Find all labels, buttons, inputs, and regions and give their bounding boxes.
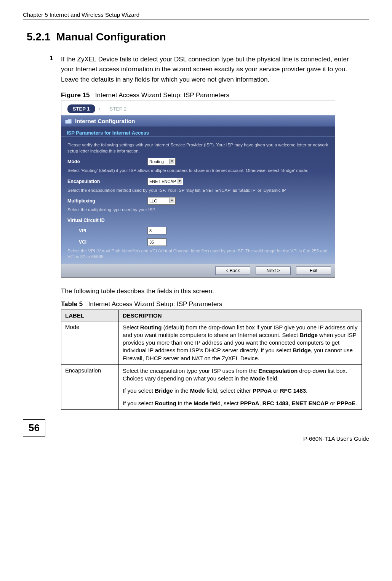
- table-header-description: DESCRIPTION: [119, 310, 362, 321]
- encapsulation-select[interactable]: ENET ENCAP: [147, 178, 183, 185]
- guide-title: P-660N-T1A User's Guide: [303, 435, 369, 442]
- encapsulation-row: Encapsulation ENET ENCAP: [67, 178, 329, 185]
- vci-label: VCI: [67, 239, 147, 245]
- text-span: field, select either: [205, 387, 253, 394]
- virtual-circuit-heading: Virtual Circuit ID: [67, 218, 329, 223]
- text-span: in the: [173, 387, 190, 394]
- step-text: If the ZyXEL Device fails to detect your…: [61, 55, 362, 85]
- bold-span: RFC 1483: [280, 387, 306, 394]
- figure-caption: Figure 15 Internet Access Wizard Setup: …: [61, 91, 362, 99]
- table-row-label: Mode: [61, 321, 119, 364]
- description-table: LABEL DESCRIPTION Mode Select Routing (d…: [61, 310, 362, 410]
- table-row-label: Encapsulation: [61, 364, 119, 409]
- table-header-label: LABEL: [61, 310, 119, 321]
- bold-span: Bridge: [155, 387, 173, 394]
- mode-row: Mode Routing: [67, 158, 329, 165]
- text-span: or: [272, 387, 280, 394]
- table-row: Mode Select Routing (default) from the d…: [61, 321, 362, 364]
- vci-row: VCI 35: [67, 238, 329, 246]
- bold-span: Mode: [250, 375, 265, 382]
- wizard-title: Internet Configuration: [75, 118, 135, 124]
- bold-span: PPPoE: [337, 400, 355, 406]
- bold-span: PPPoA: [253, 387, 272, 394]
- vpi-input[interactable]: 8: [147, 227, 166, 234]
- multiplexing-row: Multiplexing LLC: [67, 197, 329, 205]
- chapter-header: Chapter 5 Internet and Wireless Setup Wi…: [23, 11, 369, 19]
- bold-span: Bridge: [299, 332, 318, 338]
- exit-button[interactable]: Exit: [296, 266, 331, 275]
- section-title: 5.2.1 Manual Configuration: [27, 31, 369, 43]
- text-span: .: [306, 387, 307, 394]
- step-number: 1: [50, 55, 61, 85]
- bold-span: Bridge: [293, 347, 311, 353]
- section-name: Manual Configuration: [56, 31, 166, 43]
- bold-span: PPPoA: [240, 400, 259, 406]
- virtual-circuit-help-text: Select the VPI (Virtual Path Identifier)…: [67, 248, 329, 260]
- bold-span: ENET ENCAP: [292, 400, 329, 406]
- wizard-intro-text: Please verify the following settings wit…: [67, 142, 329, 154]
- table-header-row: LABEL DESCRIPTION: [61, 310, 362, 321]
- mode-label: Mode: [67, 159, 147, 164]
- encapsulation-help-text: Select the encapsulation method used by …: [67, 188, 329, 194]
- next-button[interactable]: Next >: [256, 266, 291, 275]
- page-footer: 56 P-660N-T1A User's Guide: [23, 429, 369, 447]
- wizard-section-heading: ISP Parameters for Internet Access: [61, 127, 335, 137]
- wizard-footer: < Back Next > Exit: [61, 264, 335, 277]
- text-span: in the: [176, 400, 194, 406]
- step-block: 1 If the ZyXEL Device fails to detect yo…: [50, 55, 362, 410]
- text-span: Select: [123, 324, 140, 331]
- text-span: .: [355, 400, 357, 406]
- wizard-step-tabs: STEP 1 › STEP 2: [61, 101, 335, 115]
- bold-span: Mode: [190, 387, 205, 394]
- page-number: 56: [23, 419, 45, 437]
- mode-select[interactable]: Routing: [147, 158, 176, 165]
- table-row-description: Select Routing (default) from the drop-d…: [119, 321, 362, 364]
- folder-icon: [65, 119, 72, 124]
- post-figure-text: The following table describes the fields…: [61, 287, 362, 295]
- text-span: Select the encapsulation type your ISP u…: [123, 368, 259, 374]
- wizard-step-1-tab[interactable]: STEP 1: [67, 104, 95, 113]
- table-caption: Table 5 Internet Access Wizard Setup: IS…: [61, 300, 362, 308]
- vpi-row: VPI 8: [67, 227, 329, 234]
- wizard-title-bar: Internet Configuration: [61, 115, 335, 127]
- encapsulation-label: Encapsulation: [67, 179, 147, 184]
- text-span: field.: [265, 375, 279, 382]
- table-row: Encapsulation Select the encapsulation t…: [61, 364, 362, 409]
- table-row-description: Select the encapsulation type your ISP u…: [119, 364, 362, 409]
- table-caption-text: Internet Access Wizard Setup: ISP Parame…: [88, 300, 222, 308]
- wizard-screenshot: STEP 1 › STEP 2 Internet Configuration I…: [61, 101, 335, 278]
- mode-help-text: Select 'Routing' (default) if your ISP a…: [67, 168, 329, 174]
- bold-span: RFC 1483: [262, 400, 288, 406]
- text-span: If you select: [123, 400, 155, 406]
- text-span: If you select: [123, 387, 155, 394]
- section-number: 5.2.1: [27, 31, 50, 43]
- step-row: 1 If the ZyXEL Device fails to detect yo…: [50, 55, 362, 85]
- multiplexing-select[interactable]: LLC: [147, 197, 176, 205]
- figure-caption-text: Internet Access Wizard Setup: ISP Parame…: [95, 91, 229, 99]
- table-label: Table 5: [61, 300, 83, 308]
- text-span: field, select: [208, 400, 240, 406]
- wizard-step-2-tab[interactable]: STEP 2: [104, 104, 132, 113]
- wizard-body: Please verify the following settings wit…: [61, 137, 335, 264]
- figure-label: Figure 15: [61, 91, 90, 99]
- page-container: Chapter 5 Internet and Wireless Setup Wi…: [0, 0, 392, 451]
- text-span: or: [328, 400, 337, 406]
- multiplexing-help-text: Select the multiplexing type used by you…: [67, 207, 329, 213]
- text-span: ,: [259, 400, 262, 406]
- bold-span: Mode: [194, 400, 208, 406]
- back-button[interactable]: < Back: [215, 266, 250, 275]
- vci-input[interactable]: 35: [147, 238, 166, 246]
- chevron-right-icon: ›: [99, 106, 101, 112]
- text-span: ,: [288, 400, 291, 406]
- bold-span: Routing: [140, 324, 162, 331]
- vpi-label: VPI: [67, 228, 147, 233]
- multiplexing-label: Multiplexing: [67, 198, 147, 204]
- bold-span: Routing: [155, 400, 176, 406]
- bold-span: Encapsulation: [259, 368, 298, 374]
